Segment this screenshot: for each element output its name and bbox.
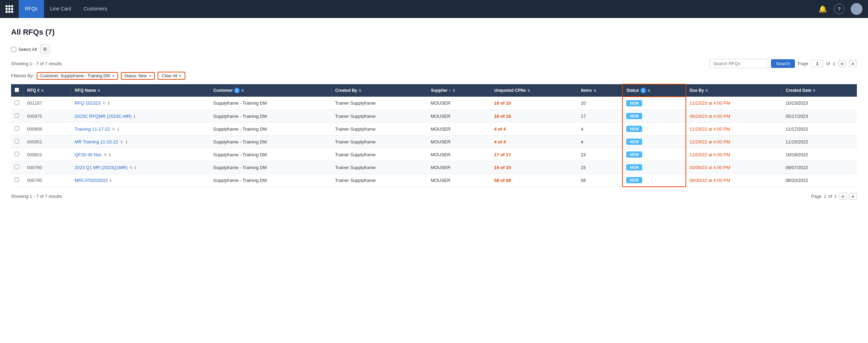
cell-status: NEW [622, 174, 686, 187]
cell-created-by: Trainer Supplyframe [331, 110, 427, 123]
cell-status: NEW [622, 97, 686, 110]
bottom-prev-page-button[interactable]: « [839, 193, 847, 200]
row-checkbox-cell [11, 135, 24, 148]
th-unquoted[interactable]: Unquoted CPNs ⇅ [490, 84, 577, 97]
status-badge: NEW [626, 113, 642, 119]
table-row: 000856Training 11-17-22 ↻ ℹSupplyframe -… [11, 123, 857, 135]
info-icon[interactable]: ℹ [135, 165, 136, 170]
row-checkbox-3[interactable] [15, 139, 19, 143]
th-rfq-name[interactable]: RFQ Name ⇅ [71, 84, 210, 97]
toolbar: Select All ⎘ [11, 44, 857, 54]
rfq-name-link[interactable]: MR Training 11-15-22 [75, 139, 118, 144]
status-badge: NEW [626, 151, 642, 158]
status-badge: NEW [626, 100, 642, 106]
row-checkbox-4[interactable] [15, 152, 19, 156]
cell-rfq-name: 2023C RFQMR (2023C-MR) ℹ [71, 110, 210, 123]
th-status[interactable]: Status 1 ⇅ [622, 84, 686, 97]
sort-icon-created-by: ⇅ [358, 89, 361, 93]
cell-created-date: 10/23/2023 [782, 97, 857, 110]
nav-tab-customers[interactable]: Customers [77, 0, 113, 18]
search-input[interactable] [709, 59, 768, 68]
cell-supplier: MOUSER [427, 110, 491, 123]
rfq-name-link[interactable]: RFQ 102323 [75, 100, 100, 106]
row-checkbox-5[interactable] [15, 165, 19, 169]
select-all-label[interactable]: Select All [11, 47, 37, 52]
status-badge: NEW [626, 177, 642, 183]
bottom-page-label: Page [811, 194, 822, 199]
page-number-input[interactable] [811, 60, 823, 67]
info-icon[interactable]: ℹ [110, 178, 112, 183]
th-created-date[interactable]: Created Date ⇅ [782, 84, 857, 97]
cell-status: NEW [622, 161, 686, 174]
cell-unquoted: 17 of 17 [490, 148, 577, 161]
cell-unquoted: 4 of 4 [490, 123, 577, 135]
next-page-button[interactable]: » [849, 60, 857, 67]
row-checkbox-1[interactable] [15, 113, 19, 118]
info-icon[interactable]: ℹ [109, 152, 111, 157]
rfq-name-link[interactable]: 2023C RFQMR (2023C-MR) [75, 114, 132, 119]
table-row: 0007902023 Q1 MR (2023Q1MR) ↻ ℹSupplyfra… [11, 161, 857, 174]
status-filter-badge: 1 [640, 88, 646, 93]
cell-due-by: 08/30/22 at 4:00 PM [686, 174, 782, 187]
prev-page-button[interactable]: « [838, 60, 846, 67]
rfq-name-link[interactable]: 2023 Q1 MR (2023Q1MR) [75, 165, 127, 170]
nav-tab-linecard[interactable]: Line Card [44, 0, 78, 18]
grid-icon[interactable] [6, 5, 13, 13]
info-icon[interactable]: ℹ [117, 127, 119, 132]
cell-rfq-num: 000856 [24, 123, 71, 135]
row-checkbox-cell [11, 97, 24, 110]
th-due-by[interactable]: Due By ⇅ [686, 84, 782, 97]
rfq-name-link[interactable]: QF20-30 Nov [75, 152, 102, 157]
row-checkbox-0[interactable] [15, 100, 19, 105]
cell-unquoted: 4 of 4 [490, 135, 577, 148]
help-icon[interactable]: ? [834, 4, 844, 14]
info-icon[interactable]: ℹ [134, 114, 135, 119]
cell-customer: Supplyframe - Training DM [210, 148, 332, 161]
cell-rfq-num: 000822 [24, 148, 71, 161]
cell-status: NEW [622, 135, 686, 148]
customer-filter-badge: 1 [234, 88, 240, 93]
header-checkbox[interactable] [15, 88, 19, 92]
cell-created-date: 05/17/2023 [782, 110, 857, 123]
nav-tab-rfqs[interactable]: RFQs [19, 0, 44, 18]
table-wrapper: RFQ # ⇅ RFQ Name ⇅ Customer 1 [11, 84, 857, 187]
rfq-name-link[interactable]: MRCAT8202022 [75, 178, 108, 183]
filter-tag-customer-close[interactable]: × [112, 73, 115, 78]
select-all-checkbox[interactable] [11, 47, 16, 52]
info-icon[interactable]: ℹ [108, 101, 109, 106]
bell-icon[interactable]: 🔔 [817, 4, 828, 14]
filter-bar: Filtered By: Customer: Supplyframe - Tra… [11, 72, 857, 80]
th-created-by[interactable]: Created By ⇅ [331, 84, 427, 97]
sort-icon-unquoted: ⇅ [527, 89, 530, 93]
cell-supplier: MOUSER [427, 161, 491, 174]
info-icon[interactable]: ℹ [126, 140, 127, 144]
row-checkbox-cell [11, 148, 24, 161]
bottom-of-label: of [828, 194, 832, 199]
row-checkbox-cell [11, 123, 24, 135]
th-customer[interactable]: Customer 1 ⇅ [210, 84, 332, 97]
rfq-name-link[interactable]: Training 11-17-22 [75, 126, 110, 132]
filter-tag-status-close[interactable]: × [149, 73, 151, 78]
refresh-icon[interactable]: ↻ [120, 140, 124, 144]
clear-all-button[interactable]: Clear All × [158, 72, 185, 80]
refresh-icon[interactable]: ↻ [103, 101, 106, 106]
copy-button[interactable]: ⎘ [40, 44, 50, 54]
refresh-icon[interactable]: ↻ [130, 165, 133, 170]
refresh-icon[interactable]: ↻ [104, 152, 107, 157]
table-row: 001167RFQ 102323 ↻ ℹSupplyframe - Traini… [11, 97, 857, 110]
row-checkbox-2[interactable] [15, 126, 19, 131]
cell-rfq-num: 000790 [24, 161, 71, 174]
avatar[interactable] [851, 3, 862, 15]
search-button[interactable]: Search [771, 59, 795, 68]
refresh-icon[interactable]: ↻ [112, 127, 115, 132]
navbar: RFQs Line Card Customers 🔔 ? [0, 0, 868, 18]
cell-items: 4 [577, 135, 623, 148]
th-rfq-num[interactable]: RFQ # ⇅ [24, 84, 71, 97]
th-supplier[interactable]: Supplier ≡ ⇅ [427, 84, 491, 97]
bottom-next-page-button[interactable]: » [849, 193, 857, 200]
th-items[interactable]: Items ⇅ [577, 84, 623, 97]
cell-items: 10 [577, 97, 623, 110]
row-checkbox-6[interactable] [15, 177, 19, 182]
cell-rfq-num: 000851 [24, 135, 71, 148]
table-body: 001167RFQ 102323 ↻ ℹSupplyframe - Traini… [11, 97, 857, 187]
